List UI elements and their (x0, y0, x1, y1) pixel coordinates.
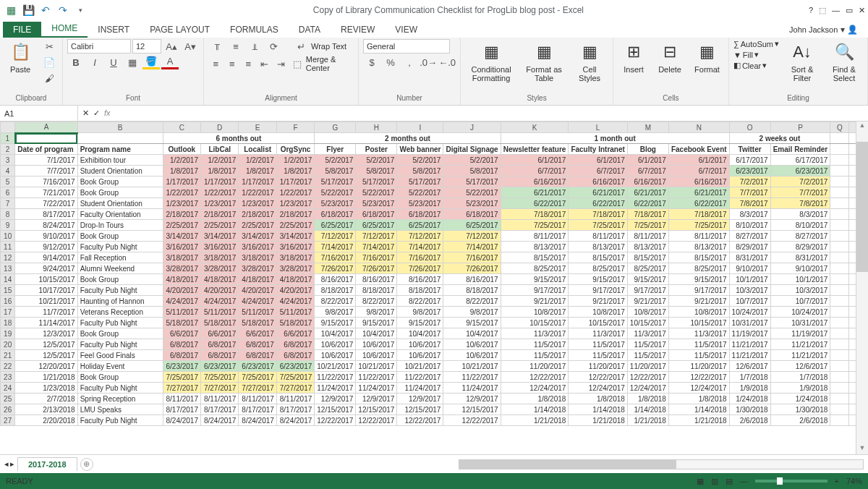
cell[interactable]: 7/8/2017 (729, 198, 770, 209)
cell[interactable]: 10/8/2017 (668, 307, 729, 318)
cell-program[interactable]: Exhibition tour (77, 155, 163, 166)
cell[interactable]: 5/23/2017 (315, 198, 356, 209)
cell[interactable]: 5/23/2017 (397, 198, 443, 209)
cell[interactable]: 9/17/2017 (627, 285, 668, 296)
font-size-input[interactable] (132, 39, 161, 54)
cell[interactable]: 7/27/2017 (201, 383, 239, 394)
cell[interactable]: 6/8/2017 (201, 339, 239, 350)
select-all-corner[interactable] (1, 122, 15, 133)
cell[interactable]: 8/11/2017 (201, 394, 239, 404)
cell[interactable]: 8/11/2017 (668, 231, 729, 242)
cell[interactable]: 6/22/2017 (569, 198, 627, 209)
cell[interactable]: 1/21/2018 (668, 415, 729, 426)
cell[interactable]: 8/13/2017 (569, 242, 627, 252)
cell[interactable]: 5/8/2017 (397, 166, 443, 177)
cell[interactable]: 1/22/2017 (276, 187, 314, 198)
cell[interactable]: 4/18/2017 (276, 274, 314, 285)
cell[interactable]: 2/18/2017 (163, 209, 200, 220)
increase-indent-icon[interactable]: ⇥ (273, 56, 288, 71)
cell[interactable]: 8/11/2017 (627, 231, 668, 242)
cell[interactable]: 8/17/2017 (163, 404, 200, 415)
cell[interactable]: 6/23/2017 (770, 166, 830, 177)
italic-button[interactable]: I (86, 55, 103, 69)
cell-date[interactable]: 11/7/2017 (15, 307, 77, 318)
cell[interactable]: 10/15/2017 (569, 318, 627, 328)
row-header-20[interactable]: 20 (1, 339, 15, 350)
merge-center-button[interactable]: Merge & Center (306, 55, 354, 72)
cell-program[interactable]: Faculty Pub Night (77, 285, 163, 296)
cell[interactable]: 6/21/2017 (501, 187, 569, 198)
cell-program[interactable]: Book Group (77, 274, 163, 285)
cell[interactable]: 5/8/2017 (315, 166, 356, 177)
cell[interactable]: 8/3/2017 (770, 209, 830, 220)
cell[interactable]: 8/15/2017 (627, 252, 668, 263)
tab-data[interactable]: DATA (289, 22, 331, 38)
cell[interactable]: 7/18/2017 (569, 209, 627, 220)
cell[interactable]: 10/6/2017 (443, 339, 501, 350)
cell[interactable]: 11/5/2017 (569, 350, 627, 361)
cell[interactable]: 8/18/2017 (397, 285, 443, 296)
cell[interactable]: 6/16/2017 (501, 177, 569, 187)
cell[interactable]: 11/24/2017 (443, 383, 501, 394)
cell[interactable]: 6/17/2017 (770, 155, 830, 166)
cell[interactable]: 8/24/2017 (163, 415, 200, 426)
cell-program[interactable]: Faculty Pub Night (77, 339, 163, 350)
align-bottom-icon[interactable]: ⫫ (246, 39, 263, 54)
cell[interactable]: 9/15/2017 (443, 318, 501, 328)
col-header-L[interactable]: L (569, 122, 627, 133)
cell[interactable]: 12/22/2017 (569, 372, 627, 383)
autosum-button[interactable]: ∑ AutoSum ▾ (733, 39, 779, 48)
cell[interactable]: 8/13/2017 (627, 242, 668, 252)
cell-date[interactable]: 12/20/2017 (15, 361, 77, 372)
row-header-4[interactable]: 4 (1, 166, 15, 177)
col-header-H[interactable]: H (356, 122, 397, 133)
cell[interactable]: 12/22/2017 (315, 415, 356, 426)
font-name-input[interactable] (67, 39, 131, 54)
cell[interactable]: 6/22/2017 (501, 198, 569, 209)
col-header-D[interactable]: D (201, 122, 239, 133)
cell[interactable]: 8/10/2017 (770, 220, 830, 231)
cell[interactable]: 11/20/2017 (569, 361, 627, 372)
cell[interactable]: 5/8/2017 (443, 166, 501, 177)
cell[interactable]: 1/7/2018 (729, 372, 770, 383)
cell-program[interactable]: Faculty Pub Night (77, 242, 163, 252)
cell[interactable]: 8/11/2017 (163, 394, 200, 404)
cell[interactable]: 6/8/2017 (239, 350, 276, 361)
cell[interactable]: 11/3/2017 (627, 328, 668, 339)
cell[interactable]: 1/21/2018 (501, 415, 569, 426)
cell[interactable]: 6/23/2017 (201, 361, 239, 372)
cell[interactable]: 8/27/2017 (729, 231, 770, 242)
cell[interactable]: 1/22/2017 (163, 187, 200, 198)
cell[interactable]: 1/23/2017 (201, 198, 239, 209)
cell[interactable]: 6/23/2017 (163, 361, 200, 372)
cell[interactable]: 8/13/2017 (501, 242, 569, 252)
cell[interactable]: 6/18/2017 (443, 209, 501, 220)
col-header-F[interactable]: F (276, 122, 314, 133)
cell[interactable]: 9/10/2017 (770, 263, 830, 274)
cell[interactable]: 5/22/2017 (356, 187, 397, 198)
cell[interactable]: 11/3/2017 (569, 328, 627, 339)
col-header-J[interactable]: J (443, 122, 501, 133)
row-header-5[interactable]: 5 (1, 177, 15, 187)
cell[interactable]: 3/14/2017 (163, 231, 200, 242)
cell[interactable]: 8/11/2017 (239, 394, 276, 404)
cell-date[interactable]: 12/5/2017 (15, 350, 77, 361)
cell[interactable]: 6/6/2017 (163, 328, 200, 339)
cell-date[interactable]: 2/13/2018 (15, 404, 77, 415)
cell[interactable]: 10/6/2017 (397, 350, 443, 361)
cell[interactable]: 12/15/2017 (443, 404, 501, 415)
col-header-P[interactable]: P (770, 122, 830, 133)
cell[interactable]: 2/18/2017 (239, 209, 276, 220)
add-sheet-icon[interactable]: ⊕ (80, 458, 93, 471)
cell[interactable]: 2/25/2017 (239, 220, 276, 231)
cell[interactable]: 8/27/2017 (770, 231, 830, 242)
cell[interactable]: 6/23/2017 (239, 361, 276, 372)
cell[interactable]: 10/6/2017 (397, 339, 443, 350)
cell[interactable]: 5/18/2017 (276, 318, 314, 328)
cell[interactable]: 11/24/2017 (397, 383, 443, 394)
cell[interactable]: 11/20/2017 (501, 361, 569, 372)
cell[interactable]: 11/5/2017 (501, 339, 569, 350)
cell[interactable]: 1/2/2017 (276, 155, 314, 166)
cell[interactable]: 10/15/2017 (501, 318, 569, 328)
row-header-11[interactable]: 11 (1, 242, 15, 252)
